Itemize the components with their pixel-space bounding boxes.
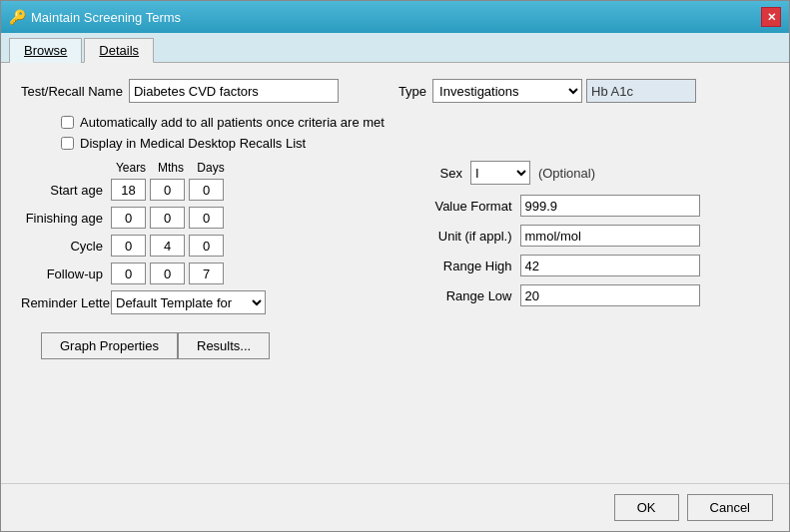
sex-row: Sex IMF (Optional) <box>410 161 770 185</box>
checkbox-display-row: Display in Medical Desktop Recalls List <box>21 136 769 151</box>
value-format-row: Value Format <box>410 195 770 217</box>
optional-label: (Optional) <box>538 166 595 181</box>
hba1c-field[interactable] <box>586 79 696 103</box>
range-high-input[interactable] <box>520 255 700 276</box>
start-age-days[interactable] <box>189 179 224 201</box>
start-age-row: Start age <box>21 179 381 201</box>
key-icon: 🔑 <box>9 9 25 25</box>
range-low-label: Range Low <box>410 288 520 303</box>
display-recalls-label: Display in Medical Desktop Recalls List <box>80 136 306 151</box>
finishing-age-mths[interactable] <box>150 207 185 229</box>
sex-label: Sex <box>440 166 462 181</box>
checkbox-auto-row: Automatically add to all patients once c… <box>21 115 769 130</box>
followup-label: Follow-up <box>21 266 111 281</box>
finishing-age-row: Finishing age <box>21 207 381 229</box>
button-row: Graph Properties Results... <box>21 332 769 359</box>
window-title: Maintain Screening Terms <box>31 10 181 25</box>
value-format-input[interactable] <box>520 195 700 217</box>
tab-bar: Browse Details <box>1 33 789 63</box>
type-label: Type <box>398 84 426 99</box>
followup-row: Follow-up <box>21 263 381 284</box>
cycle-days[interactable] <box>189 235 224 257</box>
sex-select[interactable]: IMF <box>470 161 530 185</box>
type-select[interactable]: InvestigationsObservationsImmunisations <box>432 79 582 103</box>
test-name-input[interactable] <box>129 79 339 103</box>
auto-add-label: Automatically add to all patients once c… <box>80 115 385 130</box>
start-age-label: Start age <box>21 183 111 198</box>
reminder-label: Reminder Letter <box>21 295 111 310</box>
cycle-mths[interactable] <box>150 235 185 257</box>
tab-details[interactable]: Details <box>84 38 154 63</box>
ok-button[interactable]: OK <box>614 494 679 521</box>
range-low-input[interactable] <box>520 284 700 306</box>
left-section: Years Mths Days Start age Finishing age <box>21 161 400 314</box>
auto-add-checkbox[interactable] <box>61 116 74 129</box>
unit-row: Unit (if appl.) <box>410 225 770 247</box>
followup-days[interactable] <box>189 263 224 284</box>
cycle-label: Cycle <box>21 239 111 254</box>
tab-browse[interactable]: Browse <box>9 38 82 63</box>
title-bar: 🔑 Maintain Screening Terms ✕ <box>1 1 789 33</box>
value-format-label: Value Format <box>410 199 520 214</box>
range-low-row: Range Low <box>410 284 770 306</box>
cycle-row: Cycle <box>21 235 381 257</box>
unit-label: Unit (if appl.) <box>410 229 520 244</box>
followup-mths[interactable] <box>150 263 185 284</box>
right-section: Sex IMF (Optional) Value Format Unit (if… <box>400 161 770 314</box>
cancel-button[interactable]: Cancel <box>687 494 773 521</box>
years-header: Years <box>111 161 151 175</box>
finishing-age-label: Finishing age <box>21 211 111 226</box>
range-high-label: Range High <box>410 259 520 273</box>
finishing-age-years[interactable] <box>111 207 146 229</box>
display-recalls-checkbox[interactable] <box>61 137 74 150</box>
unit-input[interactable] <box>520 225 700 247</box>
age-headers: Years Mths Days <box>21 161 381 175</box>
reminder-row: Reminder Letter Default Template for <box>21 290 381 314</box>
main-area: Years Mths Days Start age Finishing age <box>21 161 769 314</box>
test-name-label: Test/Recall Name <box>21 84 123 99</box>
reminder-select[interactable]: Default Template for <box>111 290 266 314</box>
content-area: Test/Recall Name Type InvestigationsObse… <box>1 63 789 483</box>
cycle-years[interactable] <box>111 235 146 257</box>
results-button[interactable]: Results... <box>178 332 270 359</box>
test-name-row: Test/Recall Name Type InvestigationsObse… <box>21 79 769 103</box>
finishing-age-days[interactable] <box>189 207 224 229</box>
main-window: 🔑 Maintain Screening Terms ✕ Browse Deta… <box>0 0 790 532</box>
range-high-row: Range High <box>410 255 770 276</box>
start-age-mths[interactable] <box>150 179 185 201</box>
days-header: Days <box>191 161 231 175</box>
mths-header: Mths <box>151 161 191 175</box>
close-button[interactable]: ✕ <box>761 7 781 27</box>
bottom-bar: OK Cancel <box>1 483 789 531</box>
graph-properties-button[interactable]: Graph Properties <box>41 332 178 359</box>
start-age-years[interactable] <box>111 179 146 201</box>
followup-years[interactable] <box>111 263 146 284</box>
